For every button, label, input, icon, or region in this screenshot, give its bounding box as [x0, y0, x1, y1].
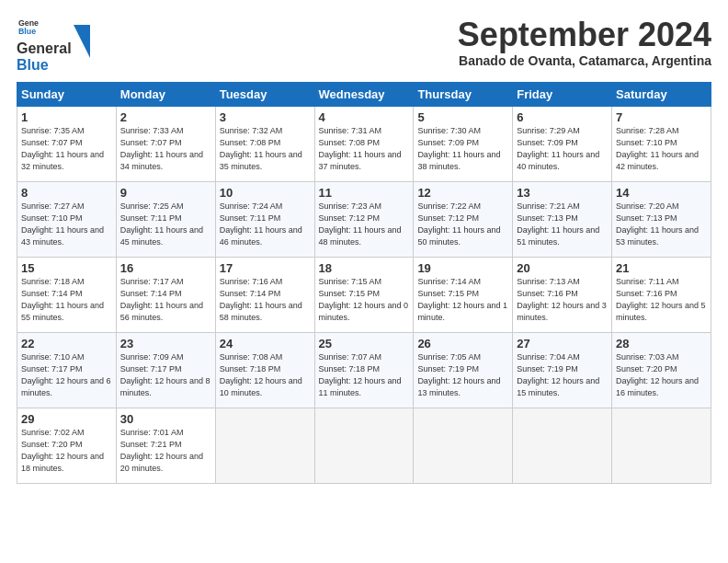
calendar-cell: 9Sunrise: 7:25 AMSunset: 7:11 PMDaylight… — [116, 181, 215, 257]
header-row: Sunday Monday Tuesday Wednesday Thursday… — [17, 82, 711, 106]
calendar-cell: 20Sunrise: 7:13 AMSunset: 7:16 PMDayligh… — [513, 257, 612, 332]
day-info: Sunrise: 7:03 AMSunset: 7:20 PMDaylight:… — [616, 352, 699, 397]
calendar-cell: 24Sunrise: 7:08 AMSunset: 7:18 PMDayligh… — [215, 332, 314, 408]
calendar-cell — [414, 408, 513, 483]
day-info: Sunrise: 7:11 AMSunset: 7:16 PMDaylight:… — [616, 277, 706, 322]
calendar-cell: 27Sunrise: 7:04 AMSunset: 7:19 PMDayligh… — [513, 332, 612, 408]
calendar-cell: 8Sunrise: 7:27 AMSunset: 7:10 PMDaylight… — [17, 181, 117, 257]
calendar-cell: 7Sunrise: 7:28 AMSunset: 7:10 PMDaylight… — [612, 106, 711, 181]
calendar-cell: 14Sunrise: 7:20 AMSunset: 7:13 PMDayligh… — [612, 181, 711, 257]
calendar-cell: 12Sunrise: 7:22 AMSunset: 7:12 PMDayligh… — [414, 181, 513, 257]
day-number: 19 — [417, 261, 508, 275]
logo-icon: General Blue — [18, 17, 39, 37]
day-info: Sunrise: 7:32 AMSunset: 7:08 PMDaylight:… — [220, 126, 302, 171]
calendar-cell: 15Sunrise: 7:18 AMSunset: 7:14 PMDayligh… — [17, 257, 117, 332]
day-number: 26 — [417, 337, 508, 350]
calendar-week-row: 1Sunrise: 7:35 AMSunset: 7:07 PMDaylight… — [17, 106, 711, 181]
day-info: Sunrise: 7:27 AMSunset: 7:10 PMDaylight:… — [21, 201, 104, 247]
calendar-cell: 2Sunrise: 7:33 AMSunset: 7:07 PMDaylight… — [116, 106, 215, 181]
col-sunday: Sunday — [17, 82, 117, 106]
calendar-cell: 30Sunrise: 7:01 AMSunset: 7:21 PMDayligh… — [116, 408, 215, 483]
day-info: Sunrise: 7:23 AMSunset: 7:12 PMDaylight:… — [319, 201, 402, 247]
day-number: 23 — [120, 337, 211, 350]
calendar-cell — [215, 408, 314, 483]
logo: General Blue General Blue — [17, 17, 90, 75]
day-number: 30 — [120, 412, 211, 426]
day-number: 21 — [616, 261, 707, 275]
day-info: Sunrise: 7:01 AMSunset: 7:21 PMDaylight:… — [120, 428, 203, 473]
logo-triangle-icon — [74, 25, 90, 58]
svg-text:Blue: Blue — [18, 27, 36, 36]
calendar-cell: 16Sunrise: 7:17 AMSunset: 7:14 PMDayligh… — [116, 257, 215, 332]
calendar-cell: 28Sunrise: 7:03 AMSunset: 7:20 PMDayligh… — [612, 332, 711, 408]
col-friday: Friday — [513, 82, 612, 106]
day-number: 27 — [517, 337, 608, 350]
location: Banado de Ovanta, Catamarca, Argentina — [458, 53, 711, 68]
col-saturday: Saturday — [612, 82, 711, 106]
col-thursday: Thursday — [414, 82, 513, 106]
day-info: Sunrise: 7:10 AMSunset: 7:17 PMDaylight:… — [21, 352, 111, 397]
col-monday: Monday — [116, 82, 215, 106]
logo-line2: Blue — [17, 57, 72, 74]
calendar-table: Sunday Monday Tuesday Wednesday Thursday… — [17, 82, 711, 484]
day-info: Sunrise: 7:15 AMSunset: 7:15 PMDaylight:… — [319, 277, 409, 322]
day-number: 6 — [517, 110, 608, 124]
day-info: Sunrise: 7:07 AMSunset: 7:18 PMDaylight:… — [319, 352, 402, 397]
title-block: September 2024 Banado de Ovanta, Catamar… — [458, 17, 711, 68]
day-number: 3 — [220, 110, 311, 124]
day-info: Sunrise: 7:17 AMSunset: 7:14 PMDaylight:… — [120, 277, 203, 322]
calendar-week-row: 8Sunrise: 7:27 AMSunset: 7:10 PMDaylight… — [17, 181, 711, 257]
col-tuesday: Tuesday — [215, 82, 314, 106]
calendar-cell: 10Sunrise: 7:24 AMSunset: 7:11 PMDayligh… — [215, 181, 314, 257]
day-info: Sunrise: 7:18 AMSunset: 7:14 PMDaylight:… — [21, 277, 104, 322]
day-info: Sunrise: 7:09 AMSunset: 7:17 PMDaylight:… — [120, 352, 210, 397]
logo-line1: General — [17, 40, 72, 57]
day-info: Sunrise: 7:04 AMSunset: 7:19 PMDaylight:… — [517, 352, 599, 397]
calendar-cell: 13Sunrise: 7:21 AMSunset: 7:13 PMDayligh… — [513, 181, 612, 257]
calendar-week-row: 22Sunrise: 7:10 AMSunset: 7:17 PMDayligh… — [17, 332, 711, 408]
calendar-cell: 1Sunrise: 7:35 AMSunset: 7:07 PMDaylight… — [17, 106, 117, 181]
day-info: Sunrise: 7:20 AMSunset: 7:13 PMDaylight:… — [616, 201, 699, 247]
calendar-cell: 21Sunrise: 7:11 AMSunset: 7:16 PMDayligh… — [612, 257, 711, 332]
calendar-cell — [314, 408, 414, 483]
day-number: 14 — [616, 186, 707, 200]
day-info: Sunrise: 7:02 AMSunset: 7:20 PMDaylight:… — [21, 428, 104, 473]
svg-marker-3 — [74, 25, 90, 58]
day-info: Sunrise: 7:33 AMSunset: 7:07 PMDaylight:… — [120, 126, 203, 171]
day-number: 24 — [220, 337, 311, 350]
day-number: 12 — [417, 186, 508, 200]
calendar-cell: 23Sunrise: 7:09 AMSunset: 7:17 PMDayligh… — [116, 332, 215, 408]
day-number: 20 — [517, 261, 608, 275]
calendar-cell: 29Sunrise: 7:02 AMSunset: 7:20 PMDayligh… — [17, 408, 117, 483]
day-number: 10 — [220, 186, 311, 200]
day-number: 4 — [319, 110, 410, 124]
day-info: Sunrise: 7:30 AMSunset: 7:09 PMDaylight:… — [417, 126, 500, 171]
day-number: 13 — [517, 186, 608, 200]
calendar-cell: 6Sunrise: 7:29 AMSunset: 7:09 PMDaylight… — [513, 106, 612, 181]
day-number: 18 — [319, 261, 410, 275]
day-number: 15 — [21, 261, 112, 275]
calendar-cell — [612, 408, 711, 483]
calendar-week-row: 29Sunrise: 7:02 AMSunset: 7:20 PMDayligh… — [17, 408, 711, 483]
day-info: Sunrise: 7:35 AMSunset: 7:07 PMDaylight:… — [21, 126, 104, 171]
calendar-week-row: 15Sunrise: 7:18 AMSunset: 7:14 PMDayligh… — [17, 257, 711, 332]
day-number: 17 — [220, 261, 311, 275]
day-number: 22 — [21, 337, 112, 350]
day-info: Sunrise: 7:14 AMSunset: 7:15 PMDaylight:… — [417, 277, 507, 322]
page: General Blue General Blue September 2024… — [0, 0, 728, 493]
day-info: Sunrise: 7:31 AMSunset: 7:08 PMDaylight:… — [319, 126, 402, 171]
calendar-cell: 19Sunrise: 7:14 AMSunset: 7:15 PMDayligh… — [414, 257, 513, 332]
day-info: Sunrise: 7:29 AMSunset: 7:09 PMDaylight:… — [517, 126, 599, 171]
day-number: 5 — [417, 110, 508, 124]
day-info: Sunrise: 7:28 AMSunset: 7:10 PMDaylight:… — [616, 126, 699, 171]
day-info: Sunrise: 7:08 AMSunset: 7:18 PMDaylight:… — [220, 352, 302, 397]
calendar-cell: 26Sunrise: 7:05 AMSunset: 7:19 PMDayligh… — [414, 332, 513, 408]
day-number: 11 — [319, 186, 410, 200]
col-wednesday: Wednesday — [314, 82, 414, 106]
calendar-cell: 11Sunrise: 7:23 AMSunset: 7:12 PMDayligh… — [314, 181, 414, 257]
day-info: Sunrise: 7:22 AMSunset: 7:12 PMDaylight:… — [417, 201, 500, 247]
calendar-cell: 5Sunrise: 7:30 AMSunset: 7:09 PMDaylight… — [414, 106, 513, 181]
calendar-cell: 22Sunrise: 7:10 AMSunset: 7:17 PMDayligh… — [17, 332, 117, 408]
header: General Blue General Blue September 2024… — [17, 17, 711, 75]
day-number: 28 — [616, 337, 707, 350]
